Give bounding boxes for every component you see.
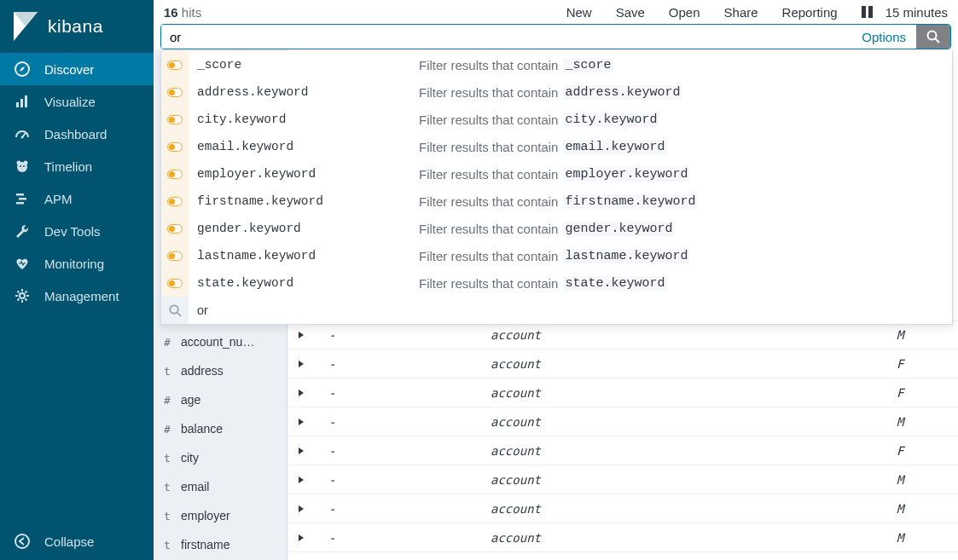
field-item[interactable]: temail [154,472,287,501]
field-item[interactable]: #balance [154,414,287,443]
search-bar: Options [160,24,951,49]
svg-rect-1 [16,102,19,107]
field-type-icon: t [162,452,172,465]
expand-caret-icon[interactable] [298,534,311,542]
field-name: city [181,451,199,465]
logo[interactable]: kibana [0,0,154,53]
nav: DiscoverVisualizeDashboardTimelionAPMDev… [0,53,154,522]
expand-caret-icon[interactable] [298,447,311,455]
autocomplete-item[interactable]: gender.keywordFilter results that contai… [161,215,952,242]
autocomplete-item[interactable]: employer.keywordFilter results that cont… [161,160,952,188]
expand-caret-icon[interactable] [298,476,311,484]
field-type-icon: t [162,539,172,551]
sidebar-item-apm[interactable]: APM [0,182,154,215]
brand-name: kibana [48,16,103,37]
field-item[interactable]: #account_nu… [154,327,287,356]
save-action[interactable]: Save [616,5,645,20]
hits-count: 16 [164,5,178,20]
field-name: email [181,480,209,494]
toggle-pill-icon [161,106,189,133]
sidebar-item-management[interactable]: Management [0,280,154,312]
result-row[interactable]: -accountM [287,465,958,494]
search-input[interactable] [161,25,851,49]
expand-caret-icon[interactable] [298,331,311,339]
cell-time: - [328,531,491,545]
field-type-icon: t [162,510,172,522]
autocomplete-item[interactable]: city.keywordFilter results that contain … [161,106,952,133]
cell-index: account [491,502,897,516]
expand-caret-icon[interactable] [298,505,311,513]
expand-caret-icon[interactable] [298,389,311,397]
autocomplete-recent[interactable]: or [161,297,952,324]
sidebar-item-visualize[interactable]: Visualize [0,85,154,118]
heartbeat-icon [14,255,31,272]
pause-icon [862,6,874,18]
sidebar-item-dev-tools[interactable]: Dev Tools [0,215,154,247]
field-item[interactable]: taddress [154,356,287,385]
sidebar-item-monitoring[interactable]: Monitoring [0,247,154,280]
field-item[interactable]: tcity [154,443,287,472]
reporting-action[interactable]: Reporting [782,5,838,20]
sidebar-item-discover[interactable]: Discover [0,53,154,85]
result-row[interactable]: -accountM [287,320,958,349]
hits-counter: 16 hits [164,5,554,20]
sidebar-item-timelion[interactable]: Timelion [0,150,154,182]
time-picker[interactable]: 15 minutes [885,5,948,20]
cell-time: - [328,357,491,371]
result-row[interactable]: -accountM [287,523,958,552]
svg-rect-2 [20,99,23,107]
cell-gender: F [897,386,948,400]
sidebar-item-label: Discover [44,62,94,77]
svg-line-21 [18,299,20,301]
result-row[interactable]: -accountF [287,349,958,378]
result-row[interactable]: -accountF [287,378,958,407]
wrench-icon [14,222,31,240]
sidebar-item-dashboard[interactable]: Dashboard [0,118,154,150]
open-action[interactable]: Open [669,5,700,20]
autocomplete-recent-text: or [189,303,419,317]
search-button[interactable] [916,25,950,49]
autocomplete-item[interactable]: firstname.keywordFilter results that con… [161,188,952,215]
sidebar-item-label: Management [44,289,119,303]
cell-index: account [491,415,897,429]
share-action[interactable]: Share [724,5,758,20]
field-type-icon: # [162,336,172,349]
autocomplete-dropdown: _scoreFilter results that contain _score… [160,51,953,325]
field-name: employer [181,509,230,522]
toggle-pill-icon [161,242,189,269]
svg-point-24 [928,32,937,40]
expand-caret-icon[interactable] [298,418,311,426]
autocomplete-item[interactable]: _scoreFilter results that contain _score [161,51,952,78]
compass-icon [14,61,31,78]
expand-caret-icon[interactable] [298,360,311,368]
cell-gender: F [897,444,948,458]
svg-line-27 [177,312,180,315]
autocomplete-field: city.keyword [189,113,419,126]
field-type-icon: t [162,365,172,378]
autocomplete-item[interactable]: email.keywordFilter results that contain… [161,133,952,160]
field-item[interactable]: tfirstname [154,530,287,559]
autocomplete-item[interactable]: address.keywordFilter results that conta… [161,78,952,106]
autocomplete-description: Filter results that contain firstname.ke… [419,194,697,209]
collapse-label: Collapse [44,534,94,549]
hits-label: hits [182,5,201,20]
autocomplete-item[interactable]: state.keywordFilter results that contain… [161,269,952,297]
result-row[interactable]: -accountF [287,436,958,465]
svg-point-26 [170,305,177,313]
collapse-button[interactable]: Collapse [0,522,154,560]
result-row[interactable]: -accountM [287,494,958,523]
gear-icon [14,287,31,304]
toggle-pill-icon [161,78,189,106]
sidebar-item-label: Dev Tools [44,224,101,239]
new-action[interactable]: New [566,5,592,20]
sidebar: kibana DiscoverVisualizeDashboardTimelio… [0,0,154,560]
autocomplete-item[interactable]: lastname.keywordFilter results that cont… [161,242,952,269]
field-item[interactable]: #age [154,385,287,414]
search-options-link[interactable]: Options [851,25,916,49]
cell-gender: F [897,357,948,371]
svg-line-19 [18,292,20,293]
result-row[interactable]: -accountM [287,407,958,436]
field-item[interactable]: temployer [154,501,287,530]
toggle-pill-icon [161,51,189,78]
pause-button[interactable] [862,6,874,18]
